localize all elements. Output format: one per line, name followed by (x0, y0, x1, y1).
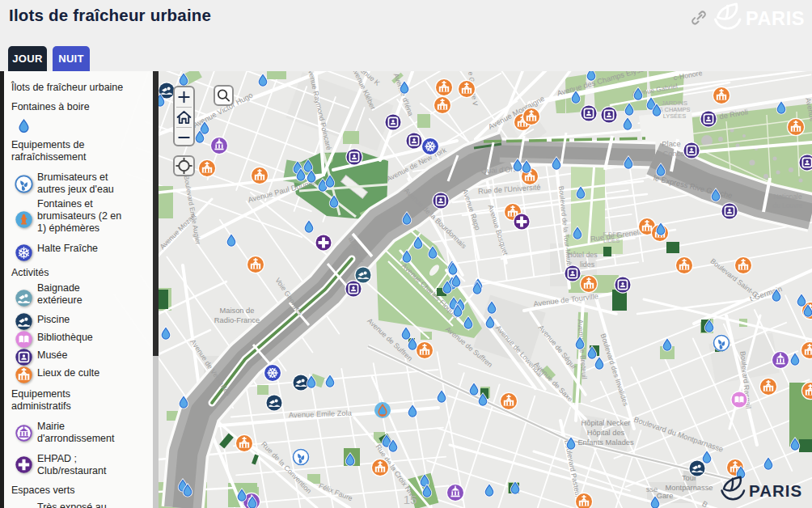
svg-text:Gare: Gare (657, 492, 674, 500)
svg-text:Hôtel des: Hôtel des (567, 251, 598, 259)
svg-text:Hôpital des: Hôpital des (587, 429, 625, 437)
svg-text:Conco: Conco (663, 150, 685, 158)
svg-text:sse: sse (646, 485, 658, 493)
svg-text:PARIS: PARIS (746, 8, 805, 29)
svg-text:Place: Place (662, 140, 680, 148)
svg-text:PARIS: PARIS (749, 481, 802, 500)
svg-text:Maison de: Maison de (220, 307, 255, 315)
svg-text:LIDES: LIDES (603, 238, 620, 243)
svg-text:Radio-France: Radio-France (214, 316, 260, 324)
svg-text:15: 15 (404, 493, 417, 506)
svg-text:E DES: E DES (603, 231, 620, 237)
svg-text:Nationale: Nationale (773, 193, 801, 201)
svg-text:Hôpital Necker: Hôpital Necker (582, 419, 631, 427)
svg-text:Enfants Malades: Enfants Malades (577, 438, 634, 447)
svg-text:LYSÉES: LYSÉES (663, 112, 687, 120)
svg-text:du Louvre: du Louvre (773, 201, 803, 210)
svg-text:lides: lides (580, 260, 595, 269)
svg-text:Montparnasse: Montparnasse (666, 484, 713, 492)
